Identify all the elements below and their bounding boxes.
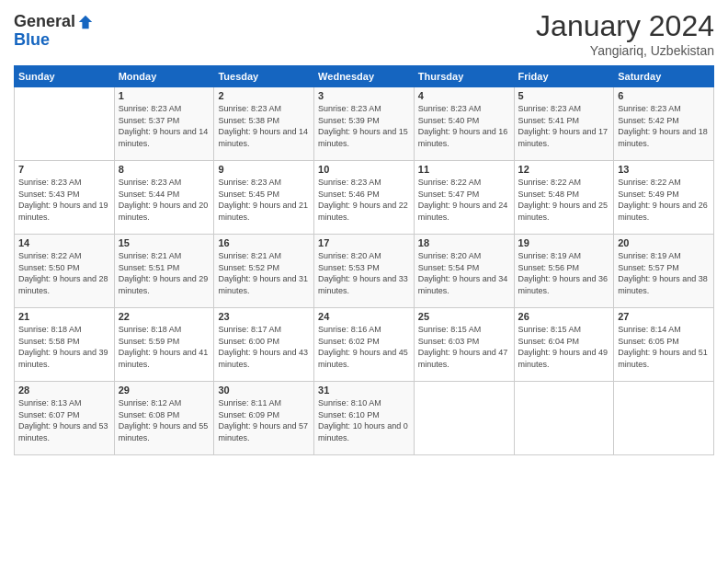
cell-content: Sunrise: 8:23 AM Sunset: 5:38 PM Dayligh… [218, 103, 310, 149]
sunrise-text: Sunrise: 8:13 AM [18, 398, 82, 408]
col-friday: Friday [514, 66, 614, 87]
day-number: 14 [18, 237, 110, 248]
cell-content: Sunrise: 8:21 AM Sunset: 5:51 PM Dayligh… [119, 250, 210, 296]
table-row: 15 Sunrise: 8:21 AM Sunset: 5:51 PM Dayl… [114, 235, 214, 308]
cell-content: Sunrise: 8:19 AM Sunset: 5:57 PM Dayligh… [618, 250, 710, 296]
cell-content: Sunrise: 8:21 AM Sunset: 5:52 PM Dayligh… [218, 250, 310, 296]
table-row: 29 Sunrise: 8:12 AM Sunset: 6:08 PM Dayl… [114, 382, 214, 455]
day-number: 22 [119, 311, 210, 322]
day-number: 8 [119, 164, 210, 175]
cell-content: Sunrise: 8:15 AM Sunset: 6:03 PM Dayligh… [418, 324, 510, 370]
table-row: 5 Sunrise: 8:23 AM Sunset: 5:41 PM Dayli… [514, 87, 614, 161]
calendar-week-1: 7 Sunrise: 8:23 AM Sunset: 5:43 PM Dayli… [15, 161, 714, 235]
sunset-text: Sunset: 5:37 PM [119, 116, 180, 125]
cell-content: Sunrise: 8:23 AM Sunset: 5:39 PM Dayligh… [318, 103, 410, 149]
daylight-text: Daylight: 9 hours and 36 minutes. [518, 274, 609, 295]
col-monday: Monday [114, 66, 214, 87]
sunset-text: Sunset: 6:00 PM [218, 337, 279, 346]
sunrise-text: Sunrise: 8:18 AM [18, 325, 82, 334]
sunset-text: Sunset: 5:58 PM [18, 337, 80, 346]
cell-content: Sunrise: 8:19 AM Sunset: 5:56 PM Dayligh… [518, 250, 610, 296]
cell-content: Sunrise: 8:16 AM Sunset: 6:02 PM Dayligh… [318, 324, 410, 370]
table-row: 14 Sunrise: 8:22 AM Sunset: 5:50 PM Dayl… [15, 235, 115, 308]
cell-content: Sunrise: 8:13 AM Sunset: 6:07 PM Dayligh… [18, 397, 110, 443]
sunset-text: Sunset: 6:09 PM [218, 410, 279, 419]
col-sunday: Sunday [15, 66, 115, 87]
day-number: 23 [218, 311, 310, 322]
sunset-text: Sunset: 5:49 PM [618, 190, 679, 199]
cell-content: Sunrise: 8:20 AM Sunset: 5:54 PM Dayligh… [418, 250, 510, 296]
sunset-text: Sunset: 6:10 PM [318, 410, 380, 419]
day-number: 6 [618, 90, 710, 101]
sunset-text: Sunset: 6:02 PM [318, 337, 380, 346]
day-number: 27 [618, 311, 710, 322]
daylight-text: Daylight: 9 hours and 28 minutes. [18, 274, 108, 295]
cell-content: Sunrise: 8:22 AM Sunset: 5:47 PM Dayligh… [418, 177, 510, 223]
table-row: 21 Sunrise: 8:18 AM Sunset: 5:58 PM Dayl… [15, 308, 115, 382]
day-number: 2 [218, 90, 310, 101]
calendar-week-2: 14 Sunrise: 8:22 AM Sunset: 5:50 PM Dayl… [15, 235, 714, 308]
sunrise-text: Sunrise: 8:15 AM [418, 325, 482, 334]
sunset-text: Sunset: 5:59 PM [119, 337, 180, 346]
daylight-text: Daylight: 9 hours and 55 minutes. [119, 421, 209, 442]
daylight-text: Daylight: 9 hours and 21 minutes. [218, 201, 308, 222]
table-row: 12 Sunrise: 8:22 AM Sunset: 5:48 PM Dayl… [514, 161, 614, 235]
cell-content: Sunrise: 8:23 AM Sunset: 5:44 PM Dayligh… [119, 177, 210, 223]
sunset-text: Sunset: 5:43 PM [18, 190, 80, 199]
sunrise-text: Sunrise: 8:23 AM [418, 104, 482, 113]
day-number: 30 [218, 385, 310, 396]
cell-content: Sunrise: 8:23 AM Sunset: 5:46 PM Dayligh… [318, 177, 410, 223]
sunset-text: Sunset: 5:56 PM [518, 263, 580, 272]
sunset-text: Sunset: 5:40 PM [418, 116, 480, 125]
cell-content: Sunrise: 8:23 AM Sunset: 5:45 PM Dayligh… [218, 177, 310, 223]
table-row: 18 Sunrise: 8:20 AM Sunset: 5:54 PM Dayl… [414, 235, 514, 308]
sunrise-text: Sunrise: 8:23 AM [218, 104, 281, 113]
sunrise-text: Sunrise: 8:21 AM [218, 251, 281, 260]
daylight-text: Daylight: 9 hours and 33 minutes. [318, 274, 408, 295]
sunrise-text: Sunrise: 8:22 AM [18, 251, 82, 260]
header-row-days: Sunday Monday Tuesday Wednesday Thursday… [15, 66, 714, 87]
title-area: January 2024 Yangiariq, Uzbekistan [536, 9, 714, 58]
sunset-text: Sunset: 5:45 PM [218, 190, 279, 199]
daylight-text: Daylight: 9 hours and 25 minutes. [518, 201, 609, 222]
sunset-text: Sunset: 5:52 PM [218, 263, 279, 272]
sunrise-text: Sunrise: 8:15 AM [518, 325, 582, 334]
sunset-text: Sunset: 5:39 PM [318, 116, 380, 125]
sunrise-text: Sunrise: 8:16 AM [318, 325, 381, 334]
logo-icon [77, 14, 94, 30]
table-row: 13 Sunrise: 8:22 AM Sunset: 5:49 PM Dayl… [614, 161, 714, 235]
table-row: 4 Sunrise: 8:23 AM Sunset: 5:40 PM Dayli… [414, 87, 514, 161]
calendar-table: Sunday Monday Tuesday Wednesday Thursday… [14, 65, 714, 455]
sunrise-text: Sunrise: 8:19 AM [618, 251, 681, 260]
table-row: 24 Sunrise: 8:16 AM Sunset: 6:02 PM Dayl… [314, 308, 415, 382]
calendar-week-3: 21 Sunrise: 8:18 AM Sunset: 5:58 PM Dayl… [15, 308, 714, 382]
day-number: 4 [418, 90, 510, 101]
cell-content: Sunrise: 8:23 AM Sunset: 5:37 PM Dayligh… [119, 103, 210, 149]
sunset-text: Sunset: 5:41 PM [518, 116, 580, 125]
table-row: 31 Sunrise: 8:10 AM Sunset: 6:10 PM Dayl… [314, 382, 415, 455]
table-row: 25 Sunrise: 8:15 AM Sunset: 6:03 PM Dayl… [414, 308, 514, 382]
daylight-text: Daylight: 9 hours and 26 minutes. [618, 201, 708, 222]
daylight-text: Daylight: 9 hours and 47 minutes. [418, 348, 508, 369]
table-row: 8 Sunrise: 8:23 AM Sunset: 5:44 PM Dayli… [114, 161, 214, 235]
day-number: 5 [518, 90, 610, 101]
sunrise-text: Sunrise: 8:23 AM [518, 104, 582, 113]
sunset-text: Sunset: 6:04 PM [518, 337, 580, 346]
day-number: 20 [618, 237, 710, 248]
sunrise-text: Sunrise: 8:23 AM [618, 104, 681, 113]
day-number: 18 [418, 237, 510, 248]
sunset-text: Sunset: 5:53 PM [318, 263, 380, 272]
daylight-text: Daylight: 9 hours and 29 minutes. [119, 274, 209, 295]
day-number: 25 [418, 311, 510, 322]
day-number: 12 [518, 164, 610, 175]
col-tuesday: Tuesday [214, 66, 314, 87]
table-row: 28 Sunrise: 8:13 AM Sunset: 6:07 PM Dayl… [15, 382, 115, 455]
cell-content: Sunrise: 8:10 AM Sunset: 6:10 PM Dayligh… [318, 397, 410, 443]
sunrise-text: Sunrise: 8:22 AM [418, 178, 482, 187]
table-row: 16 Sunrise: 8:21 AM Sunset: 5:52 PM Dayl… [214, 235, 314, 308]
table-row [414, 382, 514, 455]
day-number: 17 [318, 237, 410, 248]
day-number: 21 [18, 311, 110, 322]
daylight-text: Daylight: 9 hours and 41 minutes. [119, 348, 209, 369]
col-thursday: Thursday [414, 66, 514, 87]
